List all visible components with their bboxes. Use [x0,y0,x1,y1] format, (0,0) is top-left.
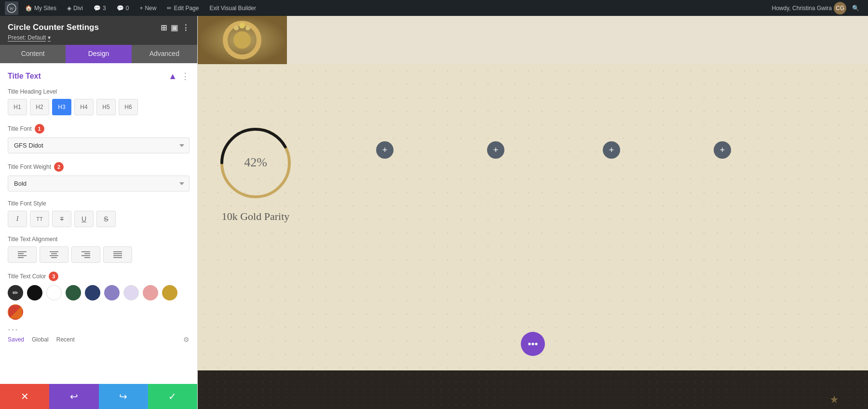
svg-rect-8 [50,255,58,256]
wp-logo[interactable]: W [5,1,18,15]
saved-colors-link[interactable]: Saved [8,336,24,343]
title-font-select[interactable]: GFS Didot [8,137,190,153]
color-purple-light[interactable] [104,285,120,300]
svg-rect-15 [113,253,122,254]
svg-rect-13 [84,257,90,258]
panel-more-icon[interactable]: ⋮ [182,23,190,32]
add-column-button-1[interactable]: + [376,141,393,159]
main-layout: Circle Counter Settings ⊞ ▣ ⋮ Preset: De… [0,16,868,409]
new-menu[interactable]: + New [136,0,160,16]
expand-icon[interactable]: ⊞ [161,23,167,32]
strikethrough-button[interactable]: S [96,211,116,227]
svg-rect-12 [81,255,90,256]
hero-image [198,16,287,64]
floating-action-button[interactable]: ••• [521,332,545,356]
collapse-button[interactable]: ▲ [168,71,177,82]
canvas-area: 42% 10k Gold Parity + + + + ••• [198,16,868,409]
svg-rect-6 [50,251,58,252]
svg-rect-2 [18,251,27,252]
title-font-group: Title Font 1 GFS Didot [8,124,190,153]
align-justify-button[interactable] [103,246,132,263]
italic-button[interactable]: I [8,211,27,227]
preset-selector[interactable]: Preset: Default ▾ [8,34,190,41]
canvas-footer [198,370,868,409]
edit-page-link[interactable]: ✏ Edit Page [163,0,203,16]
divi-icon: ◈ [67,5,71,12]
edit-icon: ✏ [167,5,172,12]
title-text-color-label: Title Text Color 3 [8,272,190,281]
font-style-buttons: I TT T̶ U S [8,211,190,227]
svg-rect-5 [18,257,24,258]
canvas-top-right [287,16,868,64]
title-font-label: Title Font 1 [8,124,190,134]
color-gold[interactable] [162,285,177,300]
add-column-button-4[interactable]: + [714,141,731,159]
heading-h1-button[interactable]: H1 [8,99,27,115]
tab-content[interactable]: Content [0,45,66,63]
add-column-button-2[interactable]: + [487,141,504,159]
svg-rect-17 [113,257,122,258]
tab-design[interactable]: Design [66,45,131,63]
svg-rect-9 [51,257,57,258]
redo-icon: ↪ [119,391,127,402]
title-text-color-badge: 3 [49,272,58,281]
color-settings-icon[interactable]: ⚙ [183,336,190,343]
heading-h2-button[interactable]: H2 [30,99,49,115]
comment-zero-icon: 💬 [117,5,124,12]
panel-title-row: Circle Counter Settings ⊞ ▣ ⋮ [8,23,190,32]
color-navy[interactable] [85,285,100,300]
caps-button[interactable]: T̶ [52,211,71,227]
align-center-button[interactable] [40,246,68,263]
recent-colors-link[interactable]: Recent [56,336,75,343]
svg-point-22 [239,23,245,28]
color-black[interactable] [27,285,42,300]
underline-button[interactable]: U [74,211,94,227]
heading-h5-button[interactable]: H5 [96,99,116,115]
panel-title-text: Circle Counter Settings [8,23,99,32]
heading-h4-button[interactable]: H4 [74,99,94,115]
color-light-lavender[interactable] [123,285,139,300]
home-icon: 🏠 [25,5,32,12]
my-sites-menu[interactable]: 🏠 My Sites [21,0,60,16]
global-colors-link[interactable]: Global [32,336,49,343]
circle-svg: 42% [217,122,294,206]
color-red-orange[interactable] [8,304,23,320]
user-avatar[interactable]: CG [834,2,846,14]
color-pink[interactable] [143,285,158,300]
add-column-button-3[interactable]: + [603,141,620,159]
alignment-buttons [8,246,190,263]
heading-h6-button[interactable]: H6 [119,99,138,115]
tab-advanced[interactable]: Advanced [132,45,197,63]
color-pen-button[interactable]: ✏ [8,285,23,300]
search-icon: 🔍 [852,5,859,12]
layout-icon[interactable]: ▣ [171,23,178,32]
comments-menu[interactable]: 💬 3 [90,0,110,16]
section-more-button[interactable]: ⋮ [181,71,190,82]
undo-icon: ↩ [70,391,78,402]
title-text-color-group: Title Text Color 3 ✏ [8,272,190,343]
title-font-weight-select[interactable]: Bold [8,176,190,191]
svg-rect-11 [84,253,90,254]
color-white[interactable] [46,285,62,300]
panel-title-icons: ⊞ ▣ ⋮ [161,23,190,32]
color-dark-green[interactable] [66,285,81,300]
heading-h3-button[interactable]: H3 [52,99,71,115]
circle-counter-widget: 42% 10k Gold Parity [217,122,294,223]
redo-button[interactable]: ↪ [99,384,148,409]
undo-button[interactable]: ↩ [49,384,98,409]
search-button[interactable]: 🔍 [848,0,863,16]
section-title: Title Text [8,72,41,81]
svg-point-23 [245,26,250,30]
confirm-button[interactable]: ✓ [148,384,197,409]
panel-body: Title Text ▲ ⋮ Title Heading Level H1 H2… [0,63,197,384]
align-right-button[interactable] [71,246,100,263]
align-left-button[interactable] [8,246,37,263]
more-colors-dots[interactable]: ... [8,322,190,333]
cancel-button[interactable]: ✕ [0,384,49,409]
divi-menu[interactable]: ◈ Divi [63,0,87,16]
circle-counter-label: 10k Gold Parity [222,210,290,223]
small-caps-button[interactable]: TT [30,211,49,227]
settings-panel: Circle Counter Settings ⊞ ▣ ⋮ Preset: De… [0,16,198,409]
exit-builder-link[interactable]: Exit Visual Builder [205,0,260,16]
comments-zero[interactable]: 💬 0 [113,0,133,16]
